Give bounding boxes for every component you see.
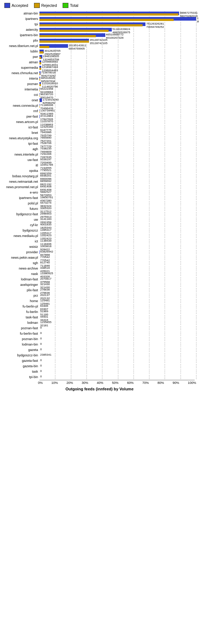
grid-line [55, 169, 55, 173]
table-row: axelspringer321430321430 [1, 282, 198, 287]
grid-line [71, 293, 71, 298]
grid-line [181, 321, 181, 325]
x-label: 60% [127, 381, 134, 385]
grid-line [149, 71, 149, 75]
grid-line [181, 283, 181, 287]
x-label: 10% [51, 381, 58, 385]
grid-line [196, 369, 196, 374]
grid-line [134, 207, 134, 211]
grid-line [71, 207, 71, 211]
grid-line [196, 321, 196, 325]
grid-line [86, 234, 87, 238]
row-label: lodman-bin [1, 343, 39, 346]
grid-line [149, 369, 149, 374]
table-row: home125481125481 [1, 298, 198, 304]
grid-line [71, 103, 71, 108]
bar-rejected [39, 19, 174, 21]
grid-line [102, 217, 102, 222]
grid-line [165, 93, 165, 97]
value-label: 0 [39, 331, 42, 335]
grid-line [102, 125, 102, 130]
grid-line [196, 310, 196, 314]
grid-line [71, 49, 71, 54]
bar-area: 12598836921259614631 [39, 60, 196, 64]
grid-line [86, 82, 87, 86]
grid-line [118, 152, 118, 157]
grid-line [181, 207, 181, 211]
grid-line [165, 174, 165, 178]
grid-line [118, 310, 118, 314]
grid-line [71, 348, 71, 352]
grid-line [86, 179, 87, 184]
value-label: 11095409604195110775655 [196, 17, 199, 23]
grid-line [181, 255, 181, 260]
table-row: lodman-bin0 [1, 342, 198, 347]
grid-line [181, 196, 181, 200]
table-row: plix-fast276636276636 [1, 288, 198, 293]
grid-line [149, 65, 149, 70]
grid-line [181, 174, 181, 178]
grid-line [86, 98, 87, 102]
bar-area: 19461085351324653708 [39, 55, 196, 59]
grid-line [71, 353, 71, 357]
grid-line [165, 299, 165, 303]
grid-line [149, 33, 149, 37]
bar-area: 2385341 [39, 353, 196, 357]
grid-line [118, 283, 118, 287]
grid-line [118, 212, 118, 216]
grid-line [134, 250, 134, 254]
grid-line [55, 136, 55, 140]
grid-line [165, 169, 165, 173]
grid-line [102, 179, 102, 184]
table-row: lodman-fast2070817375568 [1, 277, 198, 282]
grid-line [134, 353, 134, 357]
table-row: fu-berlin-fast0 [1, 331, 198, 336]
grid-line [102, 82, 102, 86]
grid-line [149, 364, 149, 368]
grid-line [118, 342, 118, 347]
grid-line [149, 348, 149, 352]
grid-line [102, 114, 102, 119]
grid-line [55, 125, 55, 130]
table-row: cyf-kr40018351825343 [1, 223, 198, 228]
table-row: futuro33053203117512 [1, 206, 198, 211]
grid-line [149, 331, 149, 336]
grid-line [165, 375, 165, 379]
grid-line [71, 196, 71, 200]
grid-line [134, 359, 134, 363]
grid-line [134, 82, 134, 86]
table-row: news.tiberium.net.pl20195143911685475990… [1, 43, 198, 48]
grid-line [55, 201, 55, 206]
row-label: ict-fast [1, 126, 39, 129]
grid-line [118, 375, 118, 379]
grid-line [86, 326, 87, 330]
table-row: task0 [1, 369, 198, 374]
grid-line [196, 299, 196, 303]
row-label: lublin [1, 50, 39, 53]
grid-line [55, 315, 55, 319]
bar-rejected [39, 46, 49, 48]
grid-line [196, 174, 196, 178]
grid-line [102, 152, 102, 157]
grid-line [55, 93, 55, 97]
grid-line [102, 326, 102, 330]
row-label: provider [1, 250, 39, 254]
bar-rejected [39, 41, 89, 43]
grid-line [196, 114, 196, 119]
grid-line [86, 331, 87, 336]
grid-line [165, 315, 165, 319]
grid-line [71, 179, 71, 184]
grid-line [134, 190, 134, 195]
grid-line [149, 304, 149, 309]
grid-line [165, 239, 165, 243]
grid-line [102, 375, 102, 379]
bar-area: 11365391118406 [39, 239, 196, 243]
grid-line [118, 103, 118, 108]
bar-area: 0 [39, 369, 196, 374]
legend-accepted: Accepted [4, 3, 28, 8]
grid-line [118, 125, 118, 130]
legend-rejected-label: Rejected [41, 3, 57, 8]
grid-line [149, 98, 149, 102]
bar-area: 13953171355317 [39, 228, 196, 233]
grid-line [86, 55, 87, 59]
